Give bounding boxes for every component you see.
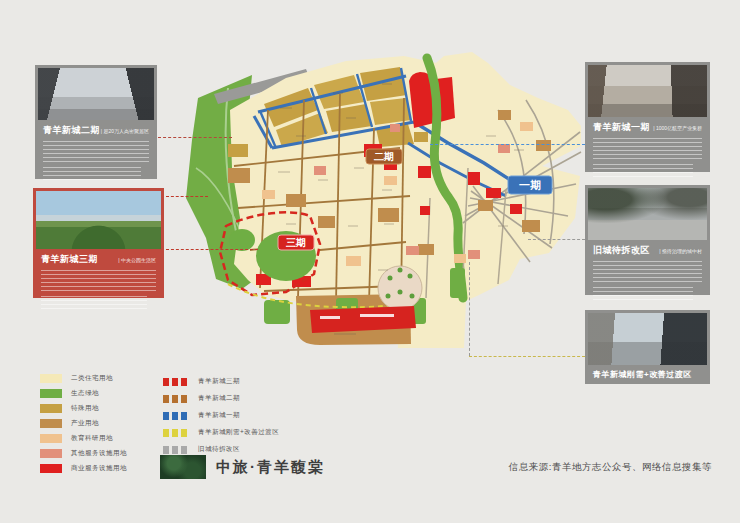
phase3-badge: 三期 [278,235,314,250]
legend-label: 商业服务设施用地 [71,464,127,473]
legend-item: 生态绿地 [40,389,127,398]
source-note: 信息来源:青羊地方志公众号、网络信息搜集等 [509,461,712,474]
legend-item: 青羊新城一期 [163,411,279,420]
legend-item: 产业用地 [40,419,127,428]
legend-label: 其他服务设施用地 [71,449,127,458]
oldtown-bodytext2 [593,287,693,300]
legend-label: 产业用地 [71,419,99,428]
phase3-bodytext [41,270,156,291]
svg-text:二期: 二期 [374,151,394,162]
card-transition: 青羊新城刚需+改善过渡区 [585,310,710,384]
legend-item: 二类住宅用地 [40,374,127,383]
legend-swatch [40,419,62,428]
legend-label: 二类住宅用地 [71,374,113,383]
phase3-subtitle: | 中央公园生活区 [118,257,156,263]
phase2-badge: 二期 [366,149,402,164]
phase1-bodytext2 [593,164,693,177]
legend-item: 特殊用地 [40,404,127,413]
legend-item: 青羊新城二期 [163,394,279,403]
legend-item: 商业服务设施用地 [40,464,127,473]
connector-phase3 [166,249,258,250]
legend-dash-swatch [163,429,189,437]
card-oldtown: 旧城待拆改区 | 亟待治理的城中村 [585,185,710,295]
brand-logo-image [160,455,206,479]
brand-logo-text: 中旅·青羊馥棠 [216,458,325,477]
phase2-title: 青羊新城二期 [43,124,100,137]
card-phase2: 青羊新城二期 | 超20万人高密聚居区 [35,65,157,179]
planning-map: 一期 二期 三期 [168,48,588,378]
legend-label: 特殊用地 [71,404,99,413]
phase2-subtitle: | 超20万人高密聚居区 [101,128,149,134]
legend-label: 青羊新城一期 [198,411,240,420]
legend-swatch [40,389,62,398]
svg-text:三期: 三期 [286,237,306,248]
phase3-title: 青羊新城三期 [41,253,98,266]
legend-item: 教育科研用地 [40,434,127,443]
legend-item: 其他服务设施用地 [40,449,127,458]
legend-dash-swatch [163,378,189,386]
legend-label: 青羊新城二期 [198,394,240,403]
phase2-bodytext2 [43,167,141,180]
legend-item: 青羊新城三期 [163,377,279,386]
brand-block: 中旅·青羊馥棠 [160,455,325,479]
legend-label: 旧城待拆改区 [198,445,240,454]
connector-transition-vertical [469,262,470,356]
svg-text:一期: 一期 [519,179,541,191]
connector-oldtown [528,239,585,240]
phase2-bodytext [43,141,149,162]
connector-phase3-upper [166,196,208,197]
legend-swatch [40,434,62,443]
phase1-badge: 一期 [508,176,552,194]
card-phase3: 青羊新城三期 | 中央公园生活区 [33,188,164,298]
legend-item: 旧城待拆改区 [163,445,279,454]
card-phase1: 青羊新城一期 | 1000亿航空产业集群 [585,62,710,172]
legend-swatch [40,464,62,473]
legend-boundaries: 青羊新城三期 青羊新城二期 青羊新城一期 青羊新城刚需+改善过渡区 旧城待拆改区 [163,377,279,462]
legend-label: 青羊新城三期 [198,377,240,386]
phase1-photo [588,65,707,117]
phase2-photo [38,68,154,120]
round-park [378,266,422,310]
connector-phase1 [430,144,585,145]
oldtown-bodytext [593,261,702,282]
legend-dash-swatch [163,395,189,403]
phase1-bodytext [593,138,702,159]
legend-label: 青羊新城刚需+改善过渡区 [198,428,279,437]
phase3-photo [36,191,161,249]
phase1-subtitle: | 1000亿航空产业集群 [653,125,702,131]
legend-dash-swatch [163,446,189,454]
oldtown-title: 旧城待拆改区 [593,244,650,257]
connector-transition [469,356,585,357]
connector-phase2 [158,137,232,138]
legend-land-use: 二类住宅用地 生态绿地 特殊用地 产业用地 教育科研用地 其他服务设施用地 商业… [40,374,127,479]
oldtown-subtitle: | 亟待治理的城中村 [659,248,702,254]
legend-label: 教育科研用地 [71,434,113,443]
oldtown-photo [588,188,707,240]
legend-item: 青羊新城刚需+改善过渡区 [163,428,279,437]
phase1-title: 青羊新城一期 [593,121,650,134]
transition-title: 青羊新城刚需+改善过渡区 [593,369,692,380]
legend-swatch [40,374,62,383]
poster-canvas: 一期 二期 三期 青羊新城二期 | 超20万人高密聚居区 [0,0,740,523]
legend-label: 生态绿地 [71,389,99,398]
legend-dash-swatch [163,412,189,420]
legend-swatch [40,449,62,458]
legend-swatch [40,404,62,413]
transition-photo [588,313,707,365]
phase3-bodytext2 [41,296,147,309]
